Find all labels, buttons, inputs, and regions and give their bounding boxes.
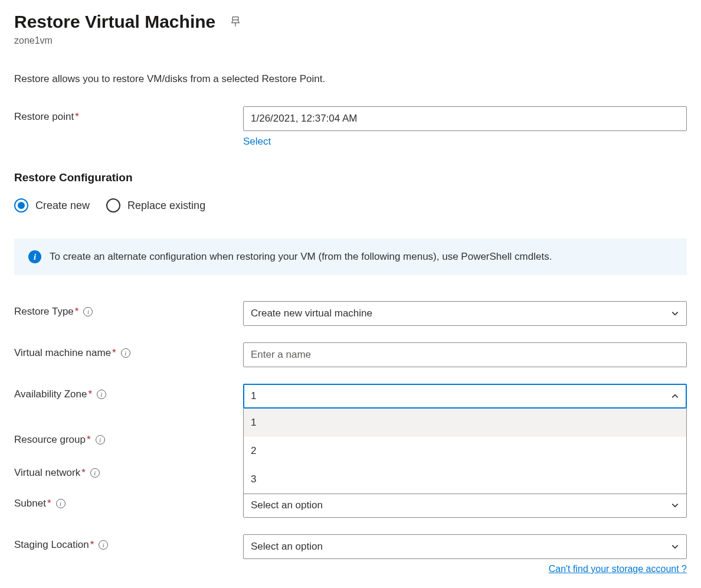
- info-icon[interactable]: i: [96, 435, 105, 445]
- restore-type-select[interactable]: Create new virtual machine: [243, 301, 687, 326]
- vm-name-input[interactable]: [243, 342, 687, 367]
- page-subtitle: zone1vm: [14, 35, 687, 46]
- availability-zone-option-2[interactable]: 2: [244, 437, 686, 465]
- info-icon: i: [28, 250, 41, 263]
- subnet-placeholder: Select an option: [251, 499, 323, 511]
- radio-create-new[interactable]: Create new: [14, 198, 90, 213]
- chevron-down-icon: [671, 309, 679, 318]
- radio-create-new-indicator: [14, 198, 28, 213]
- page-description: Restore allows you to restore VM/disks f…: [14, 73, 687, 85]
- radio-replace-existing-label: Replace existing: [127, 200, 205, 212]
- restore-point-label: Restore point*: [14, 111, 79, 123]
- staging-location-placeholder: Select an option: [251, 541, 323, 553]
- radio-replace-existing[interactable]: Replace existing: [106, 198, 205, 213]
- chevron-down-icon: [671, 543, 679, 551]
- restore-point-select-link[interactable]: Select: [243, 136, 271, 148]
- info-box: i To create an alternate configuration w…: [14, 239, 687, 275]
- restore-type-value: Create new virtual machine: [251, 308, 372, 319]
- info-icon[interactable]: i: [97, 390, 106, 399]
- availability-zone-option-1[interactable]: 1: [244, 409, 686, 437]
- storage-account-help-link[interactable]: Can't find your storage account ?: [549, 564, 687, 574]
- chevron-up-icon: [671, 392, 679, 400]
- availability-zone-select[interactable]: 1: [243, 384, 687, 409]
- info-icon[interactable]: i: [56, 499, 65, 508]
- chevron-down-icon: [671, 501, 679, 509]
- restore-config-heading: Restore Configuration: [14, 171, 687, 184]
- info-icon[interactable]: i: [99, 540, 108, 550]
- virtual-network-label: Virtual network*: [14, 467, 86, 479]
- info-icon[interactable]: i: [90, 468, 100, 478]
- restore-point-input[interactable]: [243, 106, 687, 131]
- info-icon[interactable]: i: [83, 307, 93, 316]
- radio-create-new-label: Create new: [35, 200, 90, 212]
- staging-location-label: Staging Location*: [14, 539, 94, 551]
- availability-zone-value: 1: [251, 390, 256, 402]
- radio-replace-existing-indicator: [106, 198, 120, 213]
- restore-config-radio-group: Create new Replace existing: [14, 198, 687, 213]
- availability-zone-dropdown: 1 2 3: [243, 409, 687, 494]
- svg-rect-0: [232, 17, 238, 19]
- info-box-text: To create an alternate configuration whe…: [50, 251, 552, 263]
- availability-zone-option-3[interactable]: 3: [244, 465, 686, 494]
- info-icon[interactable]: i: [121, 348, 130, 358]
- vm-name-label: Virtual machine name*: [14, 347, 116, 359]
- pin-icon[interactable]: [230, 15, 241, 29]
- page-title: Restore Virtual Machine: [14, 12, 215, 32]
- subnet-label: Subnet*: [14, 498, 51, 509]
- restore-type-label: Restore Type*: [14, 306, 78, 318]
- resource-group-label: Resource group*: [14, 434, 91, 446]
- subnet-select[interactable]: Select an option: [243, 493, 687, 518]
- availability-zone-label: Availability Zone*: [14, 388, 92, 400]
- staging-location-select[interactable]: Select an option: [243, 534, 687, 559]
